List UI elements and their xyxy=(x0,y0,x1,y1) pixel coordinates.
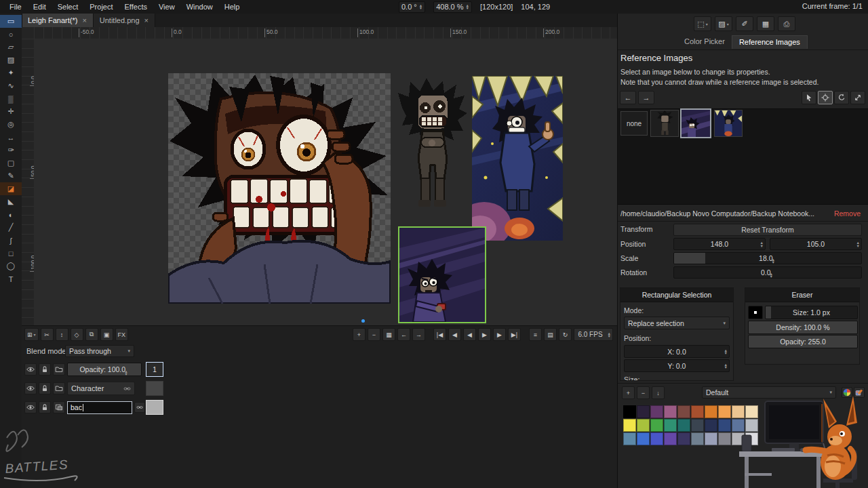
lock-icon[interactable] xyxy=(39,382,51,394)
palette-swatch-5[interactable] xyxy=(677,405,690,418)
palette-swatch-4[interactable] xyxy=(664,405,677,418)
menu-item-file[interactable]: File xyxy=(4,1,27,12)
move-layer-button[interactable]: ↕ xyxy=(56,328,68,341)
next-frame-button[interactable]: ▶ xyxy=(493,328,506,341)
tab-reference-images[interactable]: Reference Images xyxy=(732,35,808,49)
layer-row-renaming[interactable]: bac xyxy=(24,399,145,415)
palette-swatch-27[interactable] xyxy=(705,432,717,445)
effects-button[interactable]: FX xyxy=(115,328,129,341)
first-frame-button[interactable]: |◀ xyxy=(433,328,446,341)
spinner-arrows-icon[interactable]: ▲▼ xyxy=(724,348,728,354)
spinner-arrows-icon[interactable]: ▲▼ xyxy=(771,258,774,264)
tool-pencil[interactable]: ✎ xyxy=(0,169,22,182)
tool-color-select[interactable]: ▨ xyxy=(0,54,22,66)
link-icon[interactable] xyxy=(134,402,145,413)
selection-x-spinbox[interactable]: X: 0.0 ▲▼ xyxy=(624,345,730,358)
position-y-spinbox[interactable]: 105.0 ▲▼ xyxy=(770,238,862,250)
spinner-arrows-icon[interactable]: ▲▼ xyxy=(760,241,764,247)
palette-swatch-15[interactable] xyxy=(677,419,690,432)
reset-transform-button[interactable]: Reset Transform xyxy=(673,224,862,236)
tool-shading[interactable]: ◐ xyxy=(0,208,22,221)
remove-frame-button[interactable]: − xyxy=(368,328,380,341)
palette-swatch-23[interactable] xyxy=(650,432,663,445)
menu-item-effects[interactable]: Effects xyxy=(119,1,153,12)
tool-ellipse[interactable]: ◯ xyxy=(0,260,22,272)
tool-zoom[interactable]: ◎ xyxy=(0,118,22,131)
loop-mode-button[interactable]: ↻ xyxy=(559,328,572,341)
lock-icon[interactable] xyxy=(39,363,51,375)
zoom-spinner[interactable]: 408.0 % ▲▼ xyxy=(433,1,472,13)
menu-item-project[interactable]: Project xyxy=(84,1,118,12)
tool-polygon-select[interactable]: ▱ xyxy=(0,41,22,54)
tool-crop[interactable]: ▢ xyxy=(0,157,22,169)
palette-swatch-6[interactable] xyxy=(691,405,704,418)
ruler-vertical[interactable]: 0.050.0100.0 xyxy=(22,39,35,325)
palette-swatch-11[interactable] xyxy=(623,419,636,432)
move-frame-right-button[interactable]: → xyxy=(412,328,425,341)
layer-opacity-slider[interactable]: Opacity: 100.0 ▲▼ xyxy=(67,363,142,376)
palette-swatch-7[interactable] xyxy=(705,405,717,418)
reference-image-selected[interactable] xyxy=(399,228,485,322)
onion-skinning-button[interactable]: ▤ xyxy=(544,328,557,341)
rotation-slider[interactable]: 0.0 ▲▼ xyxy=(673,266,862,279)
palette-swatch-2[interactable] xyxy=(637,405,650,418)
previous-frame-button[interactable]: ◀ xyxy=(448,328,461,341)
layer-name-button[interactable]: Character xyxy=(67,382,135,395)
lock-icon[interactable] xyxy=(39,401,51,413)
clone-layer-button[interactable]: ◇ xyxy=(71,328,83,341)
selection-mode-dropdown[interactable]: Replace selection ▾ xyxy=(624,317,730,329)
ref-move-mode-button[interactable] xyxy=(818,91,833,104)
ref-scale-mode-button[interactable] xyxy=(850,91,865,104)
eraser-density-slider[interactable]: Density: 100.0 % xyxy=(748,321,858,334)
add-layer-button[interactable]: ⊞▾ xyxy=(24,328,39,341)
last-frame-button[interactable]: ▶| xyxy=(508,328,521,341)
reference-none-button[interactable]: none xyxy=(620,111,648,136)
palette-swatch-13[interactable] xyxy=(650,419,663,432)
palette-swatch-22[interactable] xyxy=(637,432,650,445)
ref-next-button[interactable]: → xyxy=(638,91,654,104)
add-color-button[interactable]: + xyxy=(622,386,635,399)
tool-options-1-button[interactable]: ⬚▾ xyxy=(694,16,711,31)
palette-swatch-14[interactable] xyxy=(664,419,677,432)
layer-fx-button[interactable]: ▣ xyxy=(100,328,113,341)
tool-eraser[interactable]: ◪ xyxy=(0,182,22,195)
spinner-arrows-icon[interactable]: ▲▼ xyxy=(770,272,773,278)
eye-icon[interactable] xyxy=(24,382,37,394)
move-frame-left-button[interactable]: ← xyxy=(397,328,410,341)
spinner-arrows-icon[interactable]: ▲▼ xyxy=(608,331,611,338)
layer-row-character[interactable]: Character xyxy=(24,380,135,396)
import-palette-button[interactable]: ↓ xyxy=(652,386,665,399)
spinner-arrows-icon[interactable]: ▲▼ xyxy=(856,241,860,247)
clone-frame-button[interactable]: ▦ xyxy=(382,328,395,341)
tool-paint-select[interactable]: ▒ xyxy=(0,92,22,105)
remove-color-button[interactable]: − xyxy=(637,386,650,399)
canvas-rotation-spinner[interactable]: 0.0 ° ▲▼ xyxy=(399,1,425,13)
canvas-drawing[interactable] xyxy=(168,73,391,304)
reference-thumbnail-2-selected[interactable] xyxy=(680,108,711,138)
spinner-arrows-icon[interactable]: ▲▼ xyxy=(466,4,469,10)
tool-rectangle-select[interactable]: ▭ xyxy=(0,15,22,28)
eye-icon[interactable] xyxy=(24,363,37,375)
menu-item-window[interactable]: Window xyxy=(181,1,218,12)
tool-line[interactable]: ╱ xyxy=(0,221,22,234)
cel-selected-frame1[interactable] xyxy=(146,400,163,415)
frame-properties-button[interactable]: ≡ xyxy=(529,328,542,341)
tool-magic-wand[interactable]: ✦ xyxy=(0,66,22,79)
spinner-arrows-icon[interactable]: ▲▼ xyxy=(124,369,127,375)
blend-mode-dropdown[interactable]: Pass through ▾ xyxy=(65,345,134,357)
selection-y-spinbox[interactable]: Y: 0.0 ▲▼ xyxy=(624,359,730,372)
ruler-horizontal[interactable]: -50.00.050.0100.0150.0200.0 xyxy=(34,27,617,39)
remove-reference-button[interactable]: Remove xyxy=(834,209,861,218)
tool-options-2-button[interactable]: ▨▾ xyxy=(715,16,732,31)
tool-rectangle[interactable]: □ xyxy=(0,247,22,260)
ref-select-mode-button[interactable] xyxy=(802,91,816,104)
canvas-viewport[interactable] xyxy=(34,39,617,325)
tool-color-picker[interactable]: ✑ xyxy=(0,144,22,157)
palette-swatch-3[interactable] xyxy=(650,405,663,418)
close-icon[interactable]: × xyxy=(144,16,149,24)
merge-layers-button[interactable]: ⧉ xyxy=(85,328,98,341)
scale-slider[interactable]: 18.0 ▲▼ xyxy=(673,252,862,264)
brush-preview-button[interactable] xyxy=(748,306,763,319)
close-icon[interactable]: × xyxy=(82,16,86,24)
add-frame-button[interactable]: + xyxy=(353,328,366,341)
